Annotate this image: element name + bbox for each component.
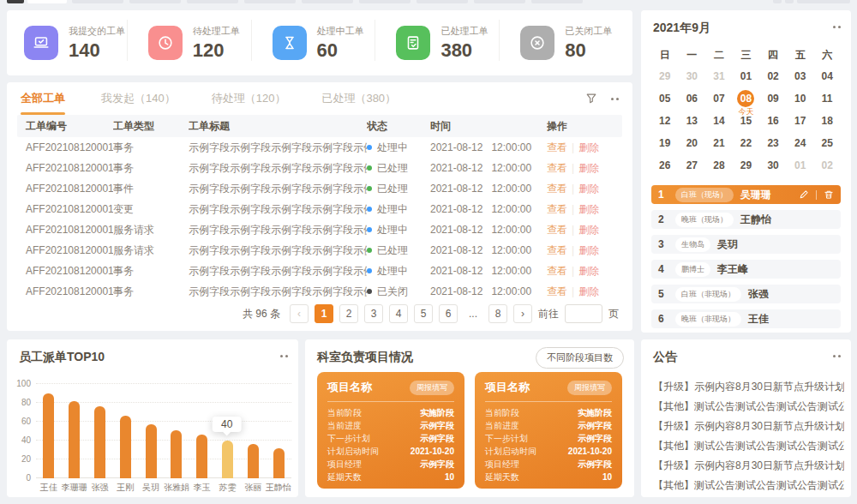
tab-workorders-0[interactable]: 全部工单 (21, 82, 65, 115)
notice-item[interactable]: 【升级】示例内容8月30日新节点升级计划通知 (653, 456, 844, 476)
more-icon[interactable] (833, 26, 841, 28)
calendar-day[interactable]: 15 (733, 110, 760, 132)
delete-link[interactable]: 删除 (578, 141, 599, 153)
calendar-day[interactable]: 25 (813, 132, 841, 154)
notice-item[interactable]: 【其他】测试公告测试公告测试公告测试公告测试公告 (653, 397, 844, 417)
browser-tab[interactable] (785, 0, 794, 3)
calendar-day[interactable]: 31 (705, 65, 733, 87)
page-goto-input[interactable] (565, 304, 602, 323)
browser-tab[interactable] (187, 0, 238, 3)
delete-link[interactable]: 删除 (578, 224, 599, 236)
bar[interactable] (248, 444, 259, 478)
more-icon[interactable] (833, 355, 841, 357)
shift-row[interactable]: 2晚班（现场）王静怡 (651, 210, 841, 229)
page-button-3[interactable]: 3 (364, 304, 383, 323)
notice-item[interactable]: 【其他】测试公告测试公告测试公告测试公告测试公告 (653, 476, 844, 495)
weekly-report-button[interactable]: 周报填写 (567, 381, 612, 395)
shift-row[interactable]: 5白班（非现场）张强 (651, 285, 841, 303)
calendar-day[interactable]: 29 (651, 65, 679, 87)
shift-row[interactable]: 1白班（现场）吴珊珊 (651, 185, 841, 204)
edit-icon[interactable] (799, 189, 809, 200)
filter-icon[interactable] (585, 93, 597, 105)
calendar-day[interactable]: 30 (759, 154, 787, 177)
browser-tab[interactable] (129, 0, 181, 3)
calendar-day[interactable]: 13 (679, 110, 706, 132)
shift-row[interactable]: 3生物岛吴玥 (651, 235, 841, 254)
calendar-day[interactable]: 24 (787, 132, 814, 154)
calendar-day[interactable]: 05 (651, 87, 679, 110)
calendar-day[interactable]: 19 (651, 132, 679, 154)
calendar-day[interactable]: 12 (651, 110, 679, 132)
browser-tab[interactable] (474, 0, 525, 3)
calendar-day[interactable]: 14 (705, 110, 733, 132)
browser-tab[interactable] (417, 0, 468, 3)
delete-link[interactable]: 删除 (578, 203, 599, 215)
calendar-day[interactable]: 27 (679, 154, 706, 177)
view-link[interactable]: 查看 (547, 265, 567, 277)
delete-link[interactable]: 删除 (578, 183, 599, 195)
view-link[interactable]: 查看 (547, 183, 567, 195)
bar[interactable] (171, 430, 182, 478)
page-button-1[interactable]: 1 (315, 304, 333, 323)
calendar-day[interactable]: 30 (679, 65, 706, 87)
bar[interactable] (69, 401, 80, 478)
view-link[interactable]: 查看 (547, 203, 567, 215)
calendar-day[interactable]: 01 (787, 154, 814, 177)
calendar-day[interactable]: 20 (679, 132, 706, 154)
browser-tab[interactable] (27, 0, 67, 3)
page-button-4[interactable]: 4 (389, 304, 408, 323)
tab-workorders-3[interactable]: 已处理（380） (321, 82, 396, 115)
more-icon[interactable] (611, 98, 619, 100)
bar[interactable] (273, 448, 285, 478)
shift-row[interactable]: 4鹏博士李王峰 (651, 260, 841, 279)
prev-page-button[interactable]: ‹ (290, 304, 309, 323)
browser-tab[interactable] (302, 0, 353, 3)
calendar-day[interactable]: 02 (759, 65, 787, 87)
calendar-day[interactable]: 17 (787, 110, 814, 132)
view-link[interactable]: 查看 (547, 244, 567, 256)
calendar-day[interactable]: 06 (679, 87, 706, 110)
notice-item[interactable]: 【升级】示例内容8月30日新节点升级计划通知 (653, 377, 844, 397)
calendar-day[interactable]: 02 (813, 154, 841, 177)
bar[interactable] (146, 424, 157, 478)
browser-tab[interactable] (359, 0, 411, 3)
tab-workorders-1[interactable]: 我发起（140） (101, 82, 176, 115)
view-link[interactable]: 查看 (547, 162, 567, 174)
calendar-day[interactable]: 26 (651, 154, 679, 177)
calendar-day[interactable]: 29 (733, 154, 760, 177)
calendar-day[interactable]: 11 (813, 87, 841, 110)
bar[interactable] (120, 416, 131, 478)
view-link[interactable]: 查看 (547, 224, 567, 236)
browser-tab[interactable] (7, 0, 24, 3)
browser-tab[interactable] (244, 0, 296, 3)
bar[interactable] (196, 435, 207, 478)
calendar-day[interactable]: 28 (705, 154, 733, 177)
calendar-day[interactable]: 16 (759, 110, 787, 132)
browser-tab[interactable] (531, 0, 583, 3)
calendar-day[interactable]: 21 (705, 132, 733, 154)
weekly-report-button[interactable]: 周报填写 (410, 381, 454, 395)
calendar-day[interactable]: 03 (787, 65, 814, 87)
calendar-day[interactable]: 22 (733, 132, 760, 154)
calendar-day[interactable]: 09 (759, 87, 787, 110)
browser-tab[interactable] (773, 0, 782, 3)
calendar-day[interactable]: 04 (813, 65, 841, 87)
bar[interactable] (43, 393, 54, 478)
calendar-day[interactable]: 23 (759, 132, 787, 154)
more-icon[interactable] (280, 355, 288, 357)
calendar-day[interactable]: 10 (787, 87, 814, 110)
calendar-day[interactable]: 01 (733, 65, 760, 87)
notice-item[interactable]: 【升级】示例内容8月30日新节点升级计划通知 (653, 417, 844, 436)
stage-count-button[interactable]: 不同阶段项目数 (536, 347, 624, 369)
calendar-day[interactable]: 18 (813, 110, 841, 132)
delete-link[interactable]: 删除 (578, 285, 599, 297)
trash-icon[interactable] (824, 189, 834, 200)
page-button-5[interactable]: 5 (414, 304, 433, 323)
shift-row[interactable]: 6晚班（非现场）王佳 (651, 309, 841, 328)
notice-item[interactable]: 【其他】测试公告测试公告测试公告测试公告测试公告 (653, 436, 844, 456)
delete-link[interactable]: 删除 (578, 244, 599, 256)
calendar-day-today[interactable]: 08今天 (733, 87, 760, 110)
page-button-2[interactable]: 2 (339, 304, 358, 323)
browser-tab[interactable] (72, 0, 123, 3)
bar[interactable] (94, 406, 105, 478)
